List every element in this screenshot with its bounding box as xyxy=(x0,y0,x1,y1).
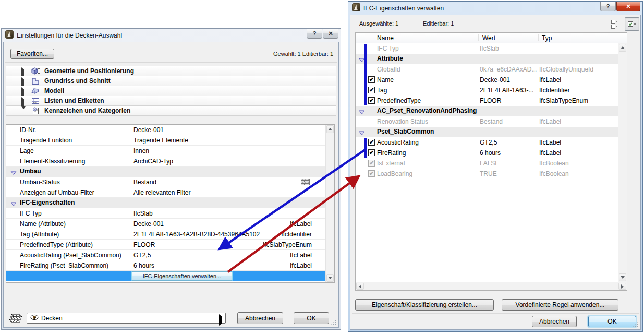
table-row[interactable]: Anzeigen auf Umbau-FilterAlle relevanten… xyxy=(6,187,325,198)
tree-view-icon[interactable] xyxy=(610,19,621,31)
export-checkbox[interactable]: ✔ xyxy=(368,149,375,156)
section-triangle-icon[interactable] xyxy=(10,201,17,208)
scroll-up-icon[interactable] xyxy=(326,125,334,133)
apply-rule-button[interactable]: Vordefinierte Regel anwenden... xyxy=(502,299,618,311)
row-label: Umbau-Status xyxy=(20,179,60,186)
table-row[interactable]: Tragende FunktionTragende Elemente xyxy=(6,135,325,146)
row-label: Anzeigen auf Umbau-Filter xyxy=(20,189,94,196)
table-section-row[interactable]: IFC-Eigenschaften xyxy=(6,198,325,208)
ifc-property-row[interactable]: Renovation StatusBestandIfcLabel xyxy=(356,116,618,127)
table-row[interactable]: PredefinedType (Attribute)FLOORIfcSlabTy… xyxy=(6,240,325,250)
section-triangle-icon[interactable] xyxy=(359,130,365,137)
scroll-right-icon[interactable] xyxy=(618,283,626,290)
dialog-title: IFC-Eigenschaften verwalten xyxy=(363,5,444,12)
help-icon[interactable]: ? xyxy=(307,29,322,39)
table-row[interactable]: Umbau-StatusBestand xyxy=(6,177,325,187)
row-ifc-type: IfcIdentifier xyxy=(281,231,312,238)
row-label: Lage xyxy=(20,147,34,154)
manage-ifc-properties-button[interactable]: IFC-Eigenschaften verwalten... xyxy=(132,271,232,281)
scroll-up-icon[interactable] xyxy=(619,44,626,52)
table-header[interactable]: Name Wert Typ xyxy=(356,33,627,43)
chevron-right-icon[interactable] xyxy=(21,99,24,106)
export-checkbox[interactable]: ✔ xyxy=(368,97,375,104)
scroll-down-icon[interactable] xyxy=(619,273,626,281)
ifc-property-row[interactable]: ✔PredefinedTypeFLOORIfcSlabTypeEnum xyxy=(356,96,618,106)
row-label: FireRating (Pset_SlabCommon) xyxy=(20,262,108,269)
table-row[interactable]: LageInnen xyxy=(6,146,325,156)
close-icon[interactable]: ✕ xyxy=(323,29,338,39)
ok-button[interactable]: OK xyxy=(588,316,636,327)
archicad-icon xyxy=(352,3,360,13)
chevron-right-icon[interactable] xyxy=(21,79,24,87)
ifc-section-row[interactable]: Attribute xyxy=(356,54,618,64)
categories-table-body: ID-Nr.Decke-001Tragende FunktionTragende… xyxy=(6,125,325,282)
property-value: TRUE xyxy=(480,170,497,177)
layer-name: Decken xyxy=(41,315,63,322)
export-checkbox[interactable]: ✔ xyxy=(368,139,375,146)
chevron-down-icon[interactable] xyxy=(21,109,26,116)
vertical-scrollbar[interactable] xyxy=(325,125,334,282)
export-checkbox[interactable]: ✔ xyxy=(368,87,375,93)
property-value: FALSE xyxy=(480,160,499,167)
accordion-section-5[interactable]: Kennzeichen und Kategorien xyxy=(6,106,336,116)
section-triangle-icon[interactable] xyxy=(359,109,365,116)
archicad-icon xyxy=(5,30,14,40)
titlebar[interactable]: Einstellungen für die Decken-Auswahl ? ✕ xyxy=(2,29,341,42)
chevron-right-icon[interactable] xyxy=(21,89,24,97)
ifc-properties-table: Name Wert Typ IFC TypIfcSlabAttributeGlo… xyxy=(355,32,627,291)
row-label: Tragende Funktion xyxy=(20,137,72,144)
table-row[interactable]: AcousticRating (Pset_SlabCommon)GT2,5Ifc… xyxy=(6,250,325,260)
ifc-property-row[interactable]: ✔LoadBearingTRUEIfcBoolean xyxy=(356,169,618,179)
separator xyxy=(5,62,337,63)
dropdown-arrow-icon[interactable] xyxy=(219,316,222,324)
ifc-property-row[interactable]: GlobalId0k7a_e6cDAAxAD...IfcGloballyUniq… xyxy=(356,64,618,75)
table-row[interactable]: IFC TypIfcSlab xyxy=(6,208,325,219)
model-icon xyxy=(31,87,40,96)
property-type: IfcIdentifier xyxy=(539,87,570,94)
table-section-row[interactable]: Umbau xyxy=(6,166,325,177)
vertical-scrollbar[interactable] xyxy=(618,43,627,282)
favorites-button[interactable]: Favoriten... xyxy=(10,49,54,59)
ifc-property-row[interactable]: ✔Tag2E1E4FA8-1A63-...IfcIdentifier xyxy=(356,85,618,96)
ifc-section-row[interactable]: Pset_SlabCommon xyxy=(356,127,618,137)
ifc-property-row[interactable]: IFC TypIfcSlab xyxy=(356,43,618,54)
row-value: IfcSlab xyxy=(133,210,153,217)
close-icon[interactable]: ✕ xyxy=(616,2,640,11)
chevron-right-icon[interactable] xyxy=(21,69,24,77)
ifc-property-row[interactable]: ✔IsExternalFALSEIfcBoolean xyxy=(356,158,618,169)
help-icon[interactable]: ? xyxy=(600,2,616,11)
export-checkbox[interactable]: ✔ xyxy=(368,76,375,83)
row-ifc-type: IfcLabel xyxy=(290,252,312,259)
create-property-button[interactable]: Eigenschaft/Klassifizierung erstellen... xyxy=(355,299,494,311)
row-label: IFC Typ xyxy=(20,210,42,217)
ok-button[interactable]: OK xyxy=(294,312,329,324)
ifc-property-row[interactable]: ✔FireRating6 hoursIfcLabel xyxy=(356,148,618,158)
brick-icon[interactable] xyxy=(301,179,310,187)
ifc-section-row[interactable]: AC_Pset_RenovationAndPhasing xyxy=(356,106,618,116)
table-row[interactable]: FireRating (Pset_SlabCommon)6 hoursIfcLa… xyxy=(6,260,325,271)
accordion-section-4[interactable]: Listen und Etiketten xyxy=(6,96,336,106)
property-value: Bestand xyxy=(480,118,503,125)
checkbox-view-icon[interactable] xyxy=(625,17,639,31)
resize-grip[interactable] xyxy=(331,319,336,325)
ifc-property-row[interactable]: ✔NameDecke-001IfcLabel xyxy=(356,75,618,85)
table-row[interactable]: Element-KlassifizierungArchiCAD-Typ xyxy=(6,156,325,166)
slab-settings-dialog: Einstellungen für die Decken-Auswahl ? ✕… xyxy=(1,28,341,330)
cancel-button[interactable]: Abbrechen xyxy=(237,312,283,324)
accordion-section-3[interactable]: Modell xyxy=(6,86,336,96)
scroll-down-icon[interactable] xyxy=(326,274,334,282)
accordion-section-2[interactable]: Grundriss und Schnitt xyxy=(6,76,336,86)
accordion-section-1[interactable]: Geometrie und Positionierung xyxy=(6,66,336,76)
section-triangle-icon[interactable] xyxy=(10,170,17,177)
cancel-button[interactable]: Abbrechen xyxy=(532,316,577,327)
scroll-left-icon[interactable] xyxy=(356,283,364,290)
ifc-property-row[interactable]: ✔AcousticRatingGT2,5IfcLabel xyxy=(356,137,618,148)
table-row[interactable]: Name (Attribute)Decke-001IfcLabel xyxy=(6,219,325,229)
titlebar[interactable]: IFC-Eigenschaften verwalten ? ✕ xyxy=(348,2,642,15)
selected-manage-row[interactable]: IFC-Eigenschaften verwalten... xyxy=(6,271,325,281)
layer-dropdown[interactable]: Decken xyxy=(27,313,226,324)
table-row[interactable]: ID-Nr.Decke-001 xyxy=(6,125,325,135)
table-row[interactable]: Tag (Attribute)2E1E4FA8-1A63-4A2B-B28D-4… xyxy=(6,229,325,240)
horizontal-scrollbar[interactable] xyxy=(356,282,627,290)
pset-name: Pset_SlabCommon xyxy=(377,128,434,135)
